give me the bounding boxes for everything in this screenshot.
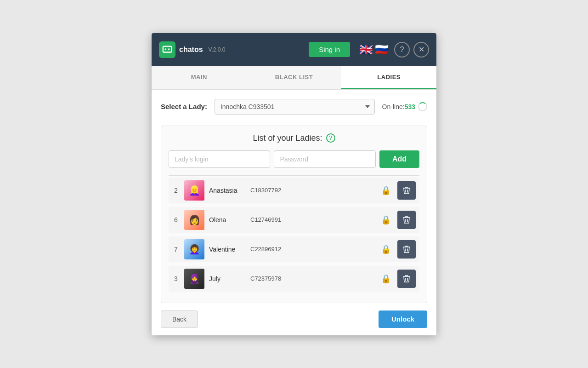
header-right: ? ✕ <box>394 42 429 58</box>
lady-row: 3 🧕 July C72375978 🔒 <box>169 266 419 292</box>
delete-button[interactable] <box>397 181 416 200</box>
lady-name: July <box>209 275 246 282</box>
tab-ladies[interactable]: LADIES <box>341 66 436 89</box>
lady-avatar: 👱‍♀️ <box>184 180 204 201</box>
add-row: Add <box>169 150 419 168</box>
unlock-button[interactable]: Unlock <box>379 310 427 328</box>
lady-name: Valentine <box>209 246 246 253</box>
back-button[interactable]: Back <box>161 310 198 328</box>
lady-avatar: 🧕 <box>184 269 204 289</box>
svg-point-1 <box>165 48 167 50</box>
lady-login-input[interactable] <box>169 150 270 168</box>
loading-spinner <box>418 102 427 111</box>
lady-row: 7 👩‍🦱 Valentine C22896912 🔒 <box>169 236 419 262</box>
lady-code: C12746991 <box>250 216 376 223</box>
ladies-list: 2 👱‍♀️ Anastasia C18307792 🔒 6 👩 Olena C… <box>169 178 419 295</box>
row-number: 2 <box>172 187 180 194</box>
lock-icon: 🔒 <box>381 274 391 284</box>
flag-container: 🇬🇧 🇷🇺 <box>359 43 389 56</box>
app-name: chatos <box>179 46 203 54</box>
lady-row: 6 👩 Olena C12746991 🔒 <box>169 207 419 233</box>
help-button[interactable]: ? <box>394 42 410 58</box>
lady-avatar: 👩 <box>184 210 204 230</box>
app-window: chatos V.2.0.0 Sing in 🇬🇧 🇷🇺 ? ✕ MAIN BL… <box>152 33 436 335</box>
delete-button[interactable] <box>397 211 416 229</box>
lock-icon: 🔒 <box>381 185 391 196</box>
lady-code: C18307792 <box>250 187 376 194</box>
footer-buttons: Back Unlock <box>161 310 427 328</box>
row-number: 6 <box>172 216 180 224</box>
lady-name: Anastasia <box>209 187 246 194</box>
lady-code: C22896912 <box>250 246 376 253</box>
signin-button[interactable]: Sing in <box>309 42 350 57</box>
lady-code: C72375978 <box>250 275 376 282</box>
app-logo-icon <box>159 41 175 58</box>
close-button[interactable]: ✕ <box>413 42 429 58</box>
svg-point-2 <box>168 48 170 50</box>
flag-ru-icon: 🇷🇺 <box>375 43 389 56</box>
add-button[interactable]: Add <box>379 150 419 168</box>
online-info: On-line:533 <box>382 102 427 111</box>
delete-button[interactable] <box>397 240 416 259</box>
logo-area: chatos V.2.0.0 <box>159 41 303 58</box>
list-title: List of your Ladies: ? <box>169 133 419 143</box>
content: Select a Lady: Innochka C933501 On-line:… <box>152 90 436 335</box>
lady-row: 2 👱‍♀️ Anastasia C18307792 🔒 <box>169 178 419 203</box>
tabs: MAIN BLACK LIST LADIES <box>152 66 436 90</box>
row-number: 7 <box>172 246 180 253</box>
lock-icon: 🔒 <box>381 215 391 225</box>
lady-select-row: Select a Lady: Innochka C933501 On-line:… <box>161 99 427 115</box>
app-version: V.2.0.0 <box>209 46 226 53</box>
online-count: 533 <box>405 103 415 110</box>
tab-blacklist[interactable]: BLACK LIST <box>247 66 342 89</box>
list-section: List of your Ladies: ? Add 2 👱‍♀️ Anasta… <box>161 126 427 303</box>
divider <box>169 175 419 176</box>
list-help-icon[interactable]: ? <box>326 133 335 143</box>
tab-main[interactable]: MAIN <box>152 66 247 89</box>
svg-rect-0 <box>163 46 171 52</box>
online-label: On-line:533 <box>382 103 415 110</box>
delete-button[interactable] <box>397 270 416 288</box>
row-number: 3 <box>172 275 180 282</box>
header: chatos V.2.0.0 Sing in 🇬🇧 🇷🇺 ? ✕ <box>152 33 436 66</box>
lady-select-dropdown[interactable]: Innochka C933501 <box>215 99 375 115</box>
flag-uk-icon: 🇬🇧 <box>359 43 373 56</box>
lady-password-input[interactable] <box>274 150 375 168</box>
lock-icon: 🔒 <box>381 244 391 254</box>
select-lady-label: Select a Lady: <box>161 103 207 110</box>
lady-avatar: 👩‍🦱 <box>184 239 204 259</box>
lady-name: Olena <box>209 216 246 224</box>
